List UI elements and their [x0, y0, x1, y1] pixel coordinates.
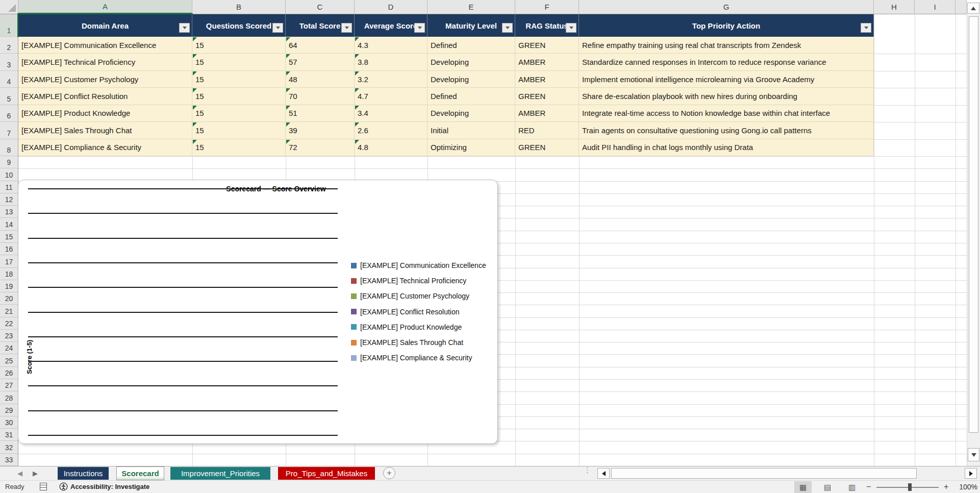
sheet-tab-scorecard[interactable]: Scorecard: [116, 466, 164, 480]
row-header-26[interactable]: 26: [0, 367, 18, 379]
legend-item[interactable]: [EXAMPLE] Customer Psychology: [351, 290, 469, 302]
table-header-cell[interactable]: Average Score: [355, 14, 428, 37]
cell-A5[interactable]: [EXAMPLE] Conflict Resolution: [18, 88, 192, 105]
column-header-E[interactable]: E: [428, 0, 515, 14]
cell-C5[interactable]: 70: [286, 88, 355, 105]
cell-D3[interactable]: 3.8: [355, 54, 428, 70]
row-header-31[interactable]: 31: [0, 429, 18, 441]
macro-record-icon[interactable]: [40, 483, 47, 490]
row-header-22[interactable]: 22: [0, 317, 18, 330]
cell-G7[interactable]: Train agents on consultative questioning…: [579, 122, 874, 139]
legend-item[interactable]: [EXAMPLE] Technical Proficiency: [351, 275, 466, 286]
table-header-cell[interactable]: Questions Scored: [192, 14, 286, 37]
cell-A3[interactable]: [EXAMPLE] Technical Proficiency: [18, 54, 192, 70]
row-header-20[interactable]: 20: [0, 292, 18, 305]
cell-F3[interactable]: AMBER: [515, 54, 579, 70]
cell-D2[interactable]: 4.3: [355, 37, 428, 54]
cell-C6[interactable]: 51: [286, 105, 355, 122]
table-header-cell[interactable]: Maturity Level: [428, 14, 515, 37]
row-header-18[interactable]: 18: [0, 268, 18, 280]
zoom-in-button[interactable]: +: [944, 482, 948, 491]
vertical-scrollbar[interactable]: [967, 14, 980, 466]
new-sheet-button[interactable]: +: [383, 467, 395, 479]
column-header-partial[interactable]: [956, 0, 967, 14]
column-header-F[interactable]: F: [515, 0, 579, 14]
accessibility-status[interactable]: Accessibility: Investigate: [70, 483, 149, 490]
row-header-14[interactable]: 14: [0, 218, 18, 230]
cell-D7[interactable]: 2.6: [355, 122, 428, 139]
row-header-16[interactable]: 16: [0, 243, 18, 255]
row-header-33[interactable]: 33: [0, 454, 18, 466]
vscroll-thumb[interactable]: [969, 16, 978, 433]
cell-E8[interactable]: Optimizing: [428, 139, 515, 156]
row-header-28[interactable]: 28: [0, 391, 18, 404]
row-header-13[interactable]: 13: [0, 206, 18, 218]
chart-area[interactable]: Scorecard — Score Overview Score (1-5) […: [18, 180, 498, 444]
filter-button[interactable]: [414, 23, 425, 33]
cell-B7[interactable]: 15: [192, 122, 286, 139]
vscroll-up-button[interactable]: [967, 3, 979, 14]
cell-F4[interactable]: AMBER: [515, 71, 579, 88]
tab-scroll-left-button[interactable]: ◀: [14, 470, 26, 477]
row-header-9[interactable]: 9: [0, 156, 18, 168]
sheet-tab-pro_tips_and_mistakes[interactable]: Pro_Tips_and_Mistakes: [278, 467, 375, 480]
page-layout-view-button[interactable]: ▤: [819, 481, 836, 493]
column-header-I[interactable]: I: [915, 0, 956, 14]
cell-D4[interactable]: 3.2: [355, 71, 428, 88]
cell-F8[interactable]: GREEN: [515, 139, 579, 156]
column-header-G[interactable]: G: [579, 0, 874, 14]
hscroll-left-button[interactable]: [597, 468, 610, 479]
row-header-12[interactable]: 12: [0, 193, 18, 206]
cell-F7[interactable]: RED: [515, 122, 579, 139]
row-header-24[interactable]: 24: [0, 342, 18, 354]
row-header-8[interactable]: 8: [0, 139, 18, 156]
column-header-A[interactable]: A: [18, 0, 192, 14]
column-header-B[interactable]: B: [192, 0, 286, 14]
zoom-slider-thumb[interactable]: [908, 483, 912, 491]
sheet-tab-instructions[interactable]: Instructions: [58, 467, 109, 480]
cell-A2[interactable]: [EXAMPLE] Communication Excellence: [18, 37, 192, 54]
column-header-H[interactable]: H: [874, 0, 915, 14]
cell-D8[interactable]: 4.8: [355, 139, 428, 156]
cell-C4[interactable]: 48: [286, 71, 355, 88]
cell-B3[interactable]: 15: [192, 54, 286, 70]
hscroll-right-button[interactable]: [965, 468, 977, 479]
row-header-4[interactable]: 4: [0, 71, 18, 88]
horizontal-scrollbar[interactable]: [594, 466, 980, 480]
cell-E6[interactable]: Developing: [428, 105, 515, 122]
table-header-cell[interactable]: RAG Status: [515, 14, 579, 37]
row-header-19[interactable]: 19: [0, 280, 18, 292]
legend-item[interactable]: [EXAMPLE] Conflict Resolution: [351, 306, 460, 317]
tab-scroll-right-button[interactable]: ▶: [30, 470, 41, 477]
zoom-slider-track[interactable]: [876, 487, 939, 488]
zoom-out-button[interactable]: −: [866, 482, 871, 491]
row-header-5[interactable]: 5: [0, 88, 18, 105]
row-header-32[interactable]: 32: [0, 441, 18, 453]
cell-F2[interactable]: GREEN: [515, 37, 579, 54]
cell-A4[interactable]: [EXAMPLE] Customer Psychology: [18, 71, 192, 88]
row-header-7[interactable]: 7: [0, 122, 18, 139]
cell-E2[interactable]: Defined: [428, 37, 515, 54]
column-header-D[interactable]: D: [355, 0, 428, 14]
vscroll-down-button[interactable]: [968, 448, 979, 461]
cell-E5[interactable]: Defined: [428, 88, 515, 105]
cell-C8[interactable]: 72: [286, 139, 355, 156]
filter-button[interactable]: [341, 23, 352, 33]
sheet-tab-improvement_priorities[interactable]: Improvement_Priorities: [170, 467, 270, 480]
zoom-level[interactable]: 100%: [956, 483, 977, 491]
table-header-cell[interactable]: Domain Area: [18, 14, 192, 37]
cell-A7[interactable]: [EXAMPLE] Sales Through Chat: [18, 122, 192, 139]
row-header-30[interactable]: 30: [0, 416, 18, 429]
cell-E4[interactable]: Developing: [428, 71, 515, 88]
row-header-3[interactable]: 3: [0, 54, 18, 70]
cell-B2[interactable]: 15: [192, 37, 286, 54]
legend-item[interactable]: [EXAMPLE] Product Knowledge: [351, 322, 462, 333]
cell-G8[interactable]: Audit PII handling in chat logs monthly …: [579, 139, 874, 156]
cell-G3[interactable]: Standardize canned responses in Intercom…: [579, 54, 874, 70]
cell-B4[interactable]: 15: [192, 71, 286, 88]
cell-F5[interactable]: GREEN: [515, 88, 579, 105]
row-header-17[interactable]: 17: [0, 255, 18, 267]
page-break-view-button[interactable]: ▥: [843, 481, 861, 493]
column-header-C[interactable]: C: [286, 0, 355, 14]
cell-D5[interactable]: 4.7: [355, 88, 428, 105]
